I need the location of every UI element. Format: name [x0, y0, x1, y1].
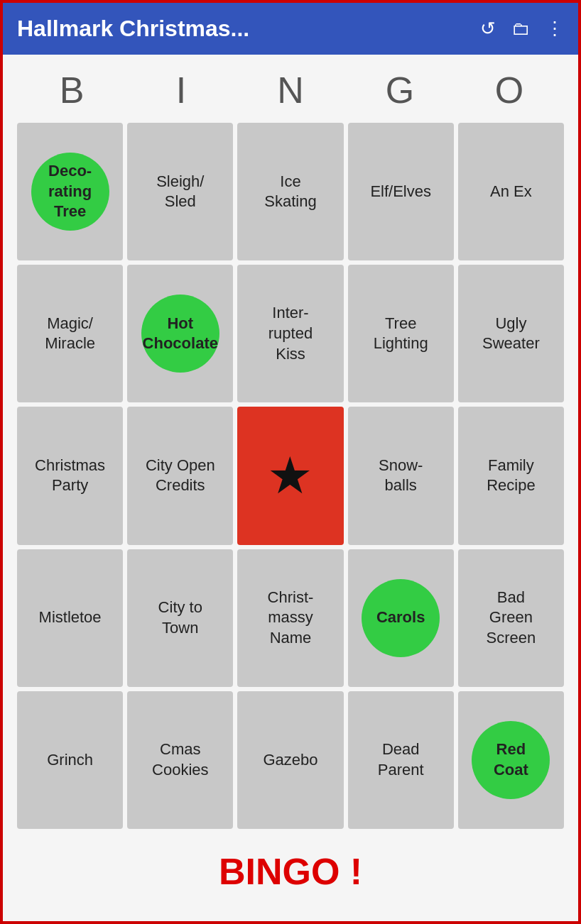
- bingo-grid: Deco-ratingTree Sleigh/Sled IceSkating E…: [3, 119, 578, 829]
- green-marker-6: HotChocolate: [141, 295, 219, 373]
- cell-14[interactable]: FamilyRecipe: [458, 407, 564, 544]
- cell-5[interactable]: Magic/Miracle: [17, 265, 123, 402]
- cell-17[interactable]: Christ-massyName: [237, 549, 343, 687]
- top-bar: Hallmark Christmas... ↺ 🗀 ⋮: [3, 3, 578, 55]
- folder-icon[interactable]: 🗀: [511, 18, 530, 40]
- phone-frame: Hallmark Christmas... ↺ 🗀 ⋮ B I N G O De…: [0, 0, 581, 924]
- refresh-icon[interactable]: ↺: [480, 18, 496, 40]
- cell-19[interactable]: BadGreenScreen: [458, 549, 564, 687]
- cell-12-free[interactable]: ★: [237, 407, 343, 544]
- letter-o: O: [455, 69, 564, 111]
- cell-20[interactable]: Grinch: [17, 691, 123, 829]
- app-title: Hallmark Christmas...: [17, 16, 249, 42]
- cell-2[interactable]: IceSkating: [237, 123, 343, 260]
- cell-13[interactable]: Snow-balls: [348, 407, 454, 544]
- letter-n: N: [236, 69, 345, 111]
- cell-16[interactable]: City toTown: [127, 549, 233, 687]
- cell-7[interactable]: Inter-ruptedKiss: [237, 265, 343, 402]
- cell-18[interactable]: Carols: [348, 549, 454, 687]
- cell-4[interactable]: An Ex: [458, 123, 564, 260]
- green-marker-24: Red Coat: [472, 721, 550, 799]
- cell-23[interactable]: DeadParent: [348, 691, 454, 829]
- more-options-icon[interactable]: ⋮: [545, 18, 564, 40]
- cell-22[interactable]: Gazebo: [237, 691, 343, 829]
- bingo-header: B I N G O: [3, 55, 578, 119]
- cell-1[interactable]: Sleigh/Sled: [127, 123, 233, 260]
- cell-24[interactable]: Red Coat: [458, 691, 564, 829]
- letter-b: B: [17, 69, 126, 111]
- letter-i: I: [126, 69, 236, 111]
- cell-21[interactable]: CmasCookies: [127, 691, 233, 829]
- cell-0[interactable]: Deco-ratingTree: [17, 123, 123, 260]
- star-icon: ★: [267, 443, 313, 510]
- cell-11[interactable]: City OpenCredits: [127, 407, 233, 544]
- cell-8[interactable]: TreeLighting: [348, 265, 454, 402]
- top-bar-icons: ↺ 🗀 ⋮: [480, 18, 564, 40]
- letter-g: G: [345, 69, 455, 111]
- cell-6[interactable]: HotChocolate: [127, 265, 233, 402]
- cell-9[interactable]: UglySweater: [458, 265, 564, 402]
- cell-10[interactable]: ChristmasParty: [17, 407, 123, 544]
- cell-3[interactable]: Elf/Elves: [348, 123, 454, 260]
- green-marker-0: Deco-ratingTree: [31, 153, 109, 231]
- green-marker-18: Carols: [362, 579, 440, 657]
- cell-15[interactable]: Mistletoe: [17, 549, 123, 687]
- bingo-announce: BINGO !: [3, 829, 578, 921]
